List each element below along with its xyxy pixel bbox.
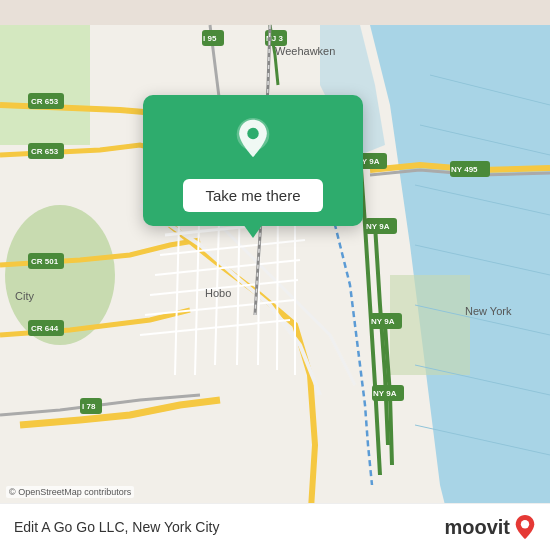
svg-text:City: City (15, 290, 34, 302)
svg-text:NY 495: NY 495 (451, 165, 478, 174)
svg-text:I 95: I 95 (203, 34, 217, 43)
bottom-bar-left: Edit A Go Go LLC, New York City (14, 519, 219, 535)
svg-text:CR 644: CR 644 (31, 324, 59, 333)
svg-text:CR 501: CR 501 (31, 257, 59, 266)
svg-text:Weehawken: Weehawken (275, 45, 335, 57)
location-pin-icon (231, 118, 275, 162)
bottom-bar: Edit A Go Go LLC, New York City moovit (0, 503, 550, 550)
svg-text:Hobo: Hobo (205, 287, 231, 299)
svg-text:NY 9A: NY 9A (373, 389, 397, 398)
svg-point-33 (247, 128, 258, 139)
svg-text:CR 653: CR 653 (31, 147, 59, 156)
popup-icon-area (226, 113, 280, 167)
svg-text:NY 9A: NY 9A (366, 222, 390, 231)
map-background: Weehawken Hobo New York City CR 653 CR 6… (0, 0, 550, 550)
moovit-logo: moovit (444, 514, 536, 540)
svg-text:New York: New York (465, 305, 512, 317)
svg-text:I 78: I 78 (82, 402, 96, 411)
svg-text:CR 653: CR 653 (31, 97, 59, 106)
map-container: Weehawken Hobo New York City CR 653 CR 6… (0, 0, 550, 550)
popup-card: Take me there (143, 95, 363, 226)
osm-attribution: © OpenStreetMap contributors (6, 486, 134, 498)
location-title: Edit A Go Go LLC, New York City (14, 519, 219, 535)
popup-pointer (243, 224, 263, 238)
take-me-there-button[interactable]: Take me there (183, 179, 322, 212)
svg-text:NY 9A: NY 9A (371, 317, 395, 326)
moovit-pin-icon (514, 514, 536, 540)
moovit-text: moovit (444, 516, 510, 539)
svg-rect-2 (0, 25, 90, 145)
svg-point-34 (521, 520, 529, 528)
